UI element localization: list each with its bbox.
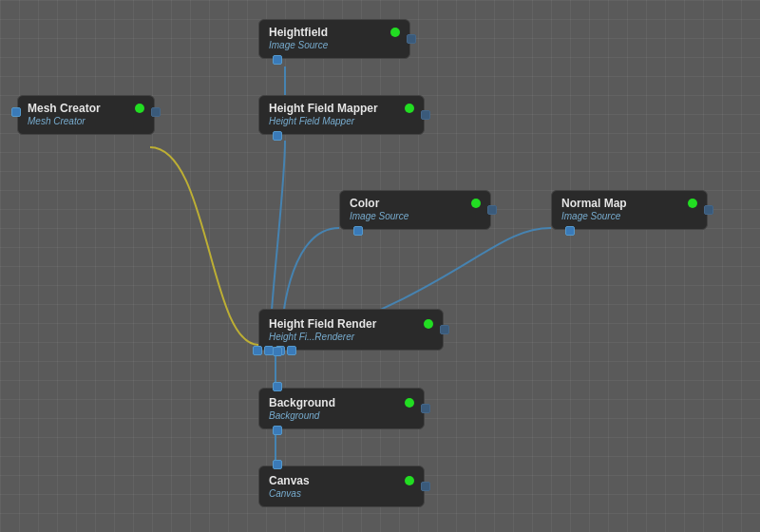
heightfield-port-bottom[interactable] — [273, 55, 282, 65]
normalmap-port-bottom[interactable] — [565, 226, 575, 236]
background-title: Background — [269, 396, 335, 409]
normal-map-node[interactable]: Normal Map Image Source — [551, 190, 708, 230]
mesh-creator-port-left[interactable] — [11, 107, 21, 117]
mesh-creator-title: Mesh Creator — [28, 102, 101, 115]
normalmap-title: Normal Map — [561, 197, 627, 210]
color-port-bottom[interactable] — [353, 226, 363, 236]
normalmap-port-right[interactable] — [704, 205, 713, 215]
canvas-background — [0, 0, 760, 532]
render-port-left-4[interactable] — [287, 346, 296, 355]
mapper-subtitle: Height Field Mapper — [269, 116, 414, 126]
canvas-status-dot — [405, 476, 414, 485]
color-node[interactable]: Color Image Source — [339, 190, 491, 230]
heightfield-node[interactable]: Heightfield Image Source — [258, 19, 410, 59]
mesh-creator-status-dot — [135, 104, 144, 113]
heightfield-subtitle: Image Source — [269, 40, 400, 50]
heightfield-title: Heightfield — [269, 26, 328, 39]
canvas-subtitle: Canvas — [269, 488, 414, 499]
bg-port-bottom[interactable] — [273, 426, 282, 435]
mesh-creator-subtitle: Mesh Creator — [28, 116, 144, 126]
render-status-dot — [424, 319, 433, 329]
mapper-title: Height Field Mapper — [269, 102, 378, 115]
render-title: Height Field Render — [269, 317, 376, 331]
canvas-port-right[interactable] — [421, 482, 430, 491]
canvas-node[interactable]: Canvas Canvas — [258, 466, 425, 507]
render-subtitle: Height Fi...Renderer — [269, 332, 433, 342]
background-node[interactable]: Background Background — [258, 388, 425, 429]
heightfield-status-dot — [390, 28, 400, 37]
mapper-port-bottom[interactable] — [273, 131, 282, 141]
normalmap-subtitle: Image Source — [561, 211, 697, 221]
color-status-dot — [471, 199, 481, 208]
height-field-render-node[interactable]: Height Field Render Height Fi...Renderer — [258, 309, 444, 351]
mesh-creator-node[interactable]: Mesh Creator Mesh Creator — [17, 95, 155, 135]
background-subtitle: Background — [269, 410, 414, 421]
canvas-port-top[interactable] — [273, 460, 282, 469]
normalmap-status-dot — [688, 199, 697, 208]
color-subtitle: Image Source — [350, 211, 481, 221]
render-port-bottom[interactable] — [273, 347, 282, 356]
mapper-port-right[interactable] — [421, 110, 430, 120]
color-title: Color — [350, 197, 379, 210]
bg-port-right[interactable] — [421, 404, 430, 413]
bg-port-top[interactable] — [273, 382, 282, 391]
render-port-left-1[interactable] — [253, 346, 262, 355]
canvas-title: Canvas — [269, 474, 310, 487]
background-status-dot — [405, 398, 414, 408]
mesh-creator-port-right[interactable] — [151, 107, 161, 117]
heightfield-port-right[interactable] — [407, 34, 416, 44]
render-port-right[interactable] — [440, 325, 449, 334]
color-port-right[interactable] — [487, 205, 497, 215]
height-field-mapper-node[interactable]: Height Field Mapper Height Field Mapper — [258, 95, 425, 135]
mapper-status-dot — [405, 104, 414, 113]
